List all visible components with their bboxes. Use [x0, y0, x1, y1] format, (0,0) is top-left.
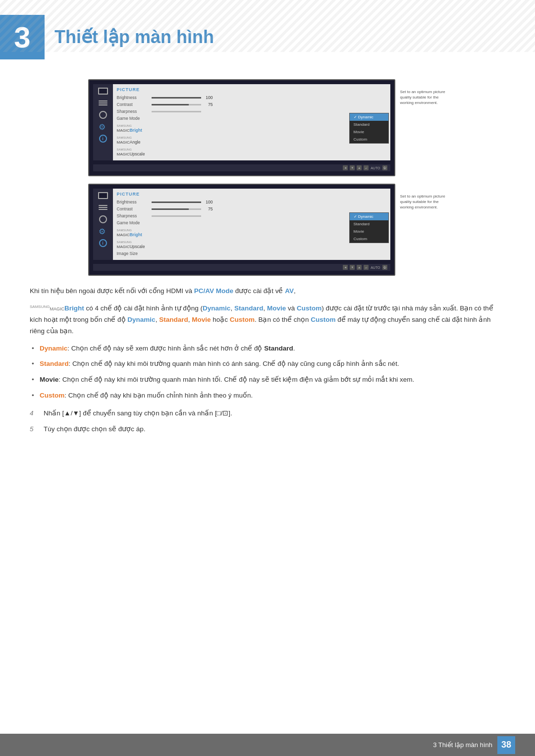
sharpness-item-2: Sharpness: [117, 212, 386, 219]
monitor-screen-1: ⚙ i PICTURE Brightness 100: [88, 79, 395, 176]
monitor-content-1: PICTURE Brightness 100 Contrast: [113, 84, 390, 160]
movie-inline2: Movie: [192, 316, 211, 323]
screen2-note: Set to an optimum picture quality suitab…: [400, 184, 447, 210]
magic-bright-inline: Bright: [64, 304, 84, 312]
nav-down-btn-1[interactable]: ▼: [350, 165, 355, 170]
bullet-list: Dynamic: Chọn chế độ này sẽ xem được hìn…: [0, 343, 535, 401]
brightness-item-1: Brightness 100: [117, 94, 386, 101]
para1: Khi tín hiệu bên ngoài được kết nối với …: [30, 286, 505, 297]
step-5-text: Tùy chọn được chọn sẽ được áp.: [44, 424, 146, 435]
numbered-steps: 4 Nhấn [▲/▼] để chuyển sang tùy chọn bạn…: [0, 408, 535, 434]
gear-icon: ⚙: [97, 123, 109, 131]
screenshots-block: ⚙ i PICTURE Brightness 100: [79, 79, 456, 276]
page-footer: 3 Thiết lập màn hình 38: [0, 734, 535, 756]
bullet-standard-label: Standard: [40, 360, 69, 367]
contrast-item-2: Contrast 75: [117, 205, 386, 212]
screen1-container: ⚙ i PICTURE Brightness 100: [88, 79, 447, 176]
nav-enter-btn-2[interactable]: ↵: [364, 265, 369, 270]
monitor-icon: [97, 87, 109, 95]
magicupscale-item-1: SAMSUNG MAGICUpscale: [117, 146, 386, 157]
step-5: 5 Tùy chọn được chọn sẽ được áp.: [30, 424, 505, 435]
custom-inline3: Custom: [311, 316, 335, 323]
magicbright-item-2: SAMSUNG MAGICBright: [117, 226, 386, 238]
auto-label-2: AUTO: [371, 266, 380, 269]
dropdown-movie-2[interactable]: Movie: [350, 228, 388, 235]
sharpness-item-1: Sharpness: [117, 108, 386, 115]
magicupscale-label-2: SAMSUNG MAGICUpscale: [117, 239, 152, 249]
magicangle-label-1: SAMSUNG MAGICAngle: [117, 135, 152, 145]
magicbright-label-1: SAMSUNG MAGICBright: [117, 123, 152, 133]
movie-inline: Movie: [267, 304, 286, 312]
custom-inline2: Custom: [230, 316, 255, 323]
nav-left-btn-2[interactable]: ◄: [343, 265, 348, 270]
nav-up-btn-1[interactable]: ▲: [357, 165, 362, 170]
brightness-item-2: Brightness 100: [117, 199, 386, 205]
imagesize-item-2: Image Size: [117, 250, 386, 257]
standard-ref: Standard: [264, 345, 293, 352]
screen1-note: Set to an optimum picture quality suitab…: [400, 79, 447, 106]
bullet-custom-label: Custom: [40, 392, 64, 399]
brightness-label-1: Brightness: [117, 95, 152, 100]
circle-icon-2: [97, 215, 109, 223]
dropdown-standard-2[interactable]: Standard: [350, 220, 388, 228]
nav-left-btn-1[interactable]: ◄: [343, 165, 348, 170]
power-btn-1[interactable]: ⏻: [382, 165, 387, 170]
sharpness-label-1: Sharpness: [117, 109, 152, 114]
magicupscale-label-1: SAMSUNG MAGICUpscale: [117, 147, 152, 156]
gamemode-item-1: Game Mode: [117, 115, 386, 122]
monitor-screen-2: ⚙ i PICTURE Brightness 100: [88, 184, 395, 276]
dropdown-dynamic-2[interactable]: ✓ Dynamic: [350, 213, 388, 220]
dynamic-inline2: Dynamic: [127, 316, 155, 323]
magicbright-label-2: SAMSUNG MAGICBright: [117, 227, 152, 237]
nav-down-btn-2[interactable]: ▼: [350, 265, 355, 270]
dropdown-custom-1[interactable]: Custom: [350, 136, 388, 143]
monitor-sidebar-1: ⚙ i: [93, 84, 113, 160]
description-section: Khi tín hiệu bên ngoài được kết nối với …: [0, 286, 535, 337]
monitor-icon-2: [97, 192, 109, 200]
circle-icon: [97, 111, 109, 119]
info-icon-2: i: [97, 239, 109, 247]
monitor-sidebar-2: ⚙ i: [93, 189, 113, 260]
dynamic-inline: Dynamic: [203, 304, 230, 312]
step-4-text: Nhấn [▲/▼] để chuyển sang tùy chọn bạn c…: [44, 408, 232, 419]
nav-enter-btn-1[interactable]: ↵: [364, 165, 369, 170]
bullet-standard: Standard: Chọn chế độ này khi môi trường…: [30, 358, 505, 369]
nav-up-btn-2[interactable]: ▲: [357, 265, 362, 270]
screen2-container: ⚙ i PICTURE Brightness 100: [88, 184, 447, 276]
contrast-label-2: Contrast: [117, 206, 152, 211]
contrast-label-1: Contrast: [117, 102, 152, 107]
standard-inline2: Standard: [159, 316, 188, 323]
imagesize-label-2: Image Size: [117, 251, 152, 256]
gamemode-item-2: Game Mode: [117, 219, 386, 226]
bullet-dynamic: Dynamic: Chọn chế độ này sẽ xem được hìn…: [30, 343, 505, 354]
dropdown-standard-1[interactable]: Standard: [350, 121, 388, 128]
dropdown-movie-1[interactable]: Movie: [350, 128, 388, 136]
monitor-content-2: PICTURE Brightness 100 Contrast: [113, 189, 390, 260]
bullet-dynamic-label: Dynamic: [40, 345, 67, 352]
dropdown-custom-2[interactable]: Custom: [350, 235, 388, 243]
monitor-bottom-1: ◄ ▼ ▲ ↵ AUTO ⏻: [93, 164, 390, 171]
step-5-num: 5: [30, 424, 38, 435]
lines-icon-2: [97, 203, 109, 211]
menu-title-2: PICTURE: [117, 192, 386, 197]
dropdown-dynamic-1[interactable]: ✓ Dynamic: [350, 113, 388, 121]
lines-icon: [97, 99, 109, 107]
monitor-bottom-2: ◄ ▼ ▲ ↵ AUTO ⏻: [93, 264, 390, 271]
sharpness-label-2: Sharpness: [117, 213, 152, 218]
standard-inline: Standard: [234, 304, 264, 312]
custom-inline: Custom: [297, 304, 321, 312]
magicbright-item-1: SAMSUNG MAGICBright: [117, 122, 386, 134]
step-4: 4 Nhấn [▲/▼] để chuyển sang tùy chọn bạn…: [30, 408, 505, 419]
menu-title-1: PICTURE: [117, 87, 386, 92]
info-icon: i: [97, 135, 109, 143]
brightness-label-2: Brightness: [117, 200, 152, 204]
gamemode-label-2: Game Mode: [117, 220, 152, 225]
footer-page-number: 38: [497, 736, 515, 754]
av-label: AV: [285, 287, 294, 295]
bullet-custom: Custom: Chọn chế độ này khi bạn muốn chỉ…: [30, 390, 505, 401]
bullet-movie-label: Movie: [40, 376, 58, 383]
power-btn-2[interactable]: ⏻: [382, 265, 387, 270]
bullet-movie: Movie: Chọn chế độ này khi môi trường qu…: [30, 374, 505, 385]
para2: SAMSUNGMAGICBright có 4 chế độ cài đặt h…: [30, 303, 505, 337]
pc-av-mode: PC/AV Mode: [194, 287, 233, 295]
